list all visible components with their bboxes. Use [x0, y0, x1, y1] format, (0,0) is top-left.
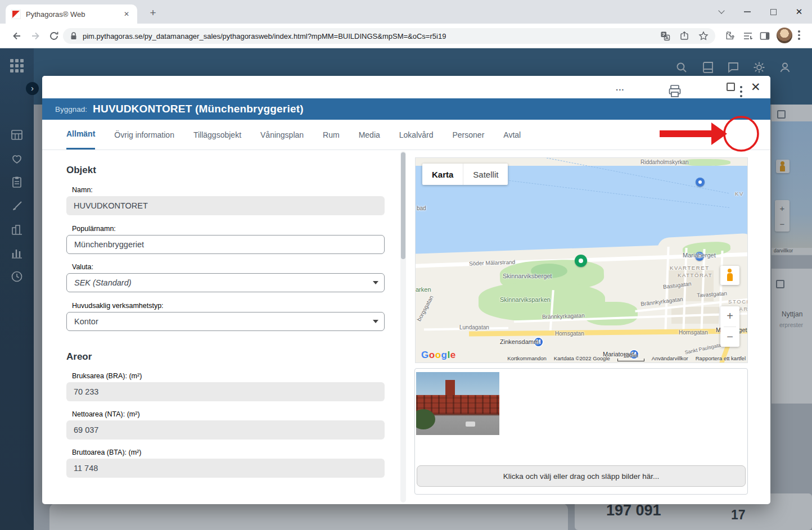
url-bar[interactable]: pim.pythagoras.se /py_datamanager_sales/… — [63, 28, 715, 44]
dialog-titlebar: Byggnad: HUVUDKONTORET (Münchenbryggerie… — [42, 98, 770, 120]
map-label: STOCKHOL — [728, 298, 748, 305]
dialog-topbar: ✕ — [42, 76, 770, 98]
map-attr-kortkommandon[interactable]: Kortkommandon — [507, 355, 547, 361]
verksamhetstyp-select[interactable]: Kontor — [66, 312, 385, 331]
https-lock-icon — [70, 31, 78, 40]
map-label: KV — [735, 191, 744, 197]
browser-window: Pythagoras® Web ✕ + ✕ pim.pythagoras.se … — [0, 0, 812, 530]
map-label: Hornsgatan — [555, 330, 584, 337]
map-park — [584, 302, 638, 325]
map-label: Skinnarviksberget — [503, 273, 552, 279]
map-label: Lundagatan — [459, 324, 489, 330]
image-dropzone[interactable]: Klicka och välj eller drag och släpp bil… — [417, 465, 746, 487]
window-close-button[interactable]: ✕ — [786, 0, 812, 24]
bruttoarea-field: 11 748 — [66, 459, 385, 478]
translate-icon[interactable] — [660, 31, 670, 41]
map-attr-report[interactable]: Rapportera ett kartfel — [696, 355, 746, 361]
scrollbar-thumb[interactable] — [401, 152, 405, 259]
bookmark-star-icon[interactable] — [698, 31, 709, 41]
forward-button[interactable] — [30, 30, 41, 42]
tab-title: Pythagoras® Web — [26, 10, 121, 19]
google-map[interactable]: M M Riddarholmskyrkan KV bad Söder Mälar… — [415, 157, 748, 363]
section-heading-objekt: Objekt — [66, 165, 96, 176]
reload-button[interactable] — [48, 30, 60, 42]
back-button[interactable] — [11, 30, 22, 42]
tab-media[interactable]: Media — [359, 120, 380, 150]
tab-avtal[interactable]: Avtal — [503, 120, 521, 150]
tab-allmant[interactable]: Allmänt — [66, 120, 95, 150]
zoom-out-button[interactable]: − — [720, 327, 739, 347]
dialog-tabbar: Allmänt Övrig information Tilläggsobjekt… — [42, 120, 770, 150]
tab-rum[interactable]: Rum — [323, 120, 340, 150]
map-attr-kartdata: Kartdata ©2022 Google — [554, 355, 610, 361]
bruttoarea-label: Bruttoarea (BTA): (m²) — [72, 449, 141, 456]
images-panel: Klicka och välj eller drag och släpp bil… — [414, 368, 748, 495]
extension-queue-icon[interactable] — [742, 30, 754, 42]
sidebar-expand-chevron-icon[interactable]: › — [26, 82, 39, 95]
window-minimize-button[interactable] — [734, 0, 760, 24]
building-photo-thumbnail[interactable] — [416, 372, 499, 435]
new-tab-button[interactable]: + — [145, 6, 161, 21]
pegman-streetview-button[interactable] — [720, 266, 739, 285]
popularnamn-label: Populärnamn: — [72, 225, 116, 233]
map-label: Zinkensdamm — [500, 338, 539, 345]
namn-field: HUVUDKONTORET — [66, 196, 385, 215]
tab-ovrig-information[interactable]: Övrig information — [114, 120, 174, 150]
extensions-puzzle-icon[interactable] — [724, 30, 736, 42]
dialog-title: HUVUDKONTORET (Münchenbryggeriet) — [93, 103, 304, 115]
chevron-down-icon — [373, 281, 378, 284]
map-label: arken — [416, 286, 431, 293]
nettoarea-label: Nettoarea (NTA): (m²) — [72, 410, 140, 418]
tab-search-chevron-icon[interactable] — [709, 0, 734, 24]
verksamhetstyp-label: Huvudsaklig verksamhetstyp: — [72, 302, 164, 310]
side-panel-icon[interactable] — [759, 30, 770, 42]
zoom-in-button[interactable]: + — [720, 306, 739, 327]
tab-vaningsplan[interactable]: Våningsplan — [260, 120, 304, 150]
valuta-select[interactable]: SEK (Standard) — [66, 273, 385, 292]
print-button[interactable] — [667, 84, 682, 98]
tab-close-icon[interactable]: ✕ — [121, 9, 132, 19]
pythagoras-favicon-icon — [11, 10, 21, 19]
map-type-control: Karta Satellit — [422, 164, 508, 185]
map-button-karta[interactable]: Karta — [422, 164, 463, 185]
more-actions-kebab-button[interactable] — [738, 84, 745, 99]
dialog-maximize-icon[interactable] — [727, 83, 735, 91]
form-scrollbar[interactable] — [400, 151, 406, 502]
map-label: KATTÖRAT — [678, 272, 712, 278]
share-icon[interactable] — [679, 31, 689, 41]
harbor-poi-icon[interactable] — [696, 178, 705, 187]
map-label: bad — [417, 205, 426, 211]
tab-strip: Pythagoras® Web ✕ + ✕ — [0, 0, 812, 24]
bruksarea-label: Bruksarea (BRA): (m²) — [72, 372, 142, 380]
url-path: /py_datamanager_sales/pythagorasweb/inde… — [142, 32, 446, 40]
entity-type-label: Byggnad: — [55, 105, 87, 114]
google-logo: Google — [421, 350, 456, 361]
map-button-satellit[interactable]: Satellit — [463, 164, 508, 185]
url-domain: pim.pythagoras.se — [83, 32, 142, 40]
tabs-overflow-button[interactable]: ... — [616, 83, 625, 92]
map-zoom-control: + − — [720, 306, 739, 347]
browser-menu-kebab-icon[interactable] — [798, 30, 800, 40]
popularnamn-field[interactable]: Münchenbryggeriet — [66, 235, 385, 254]
valuta-label: Valuta: — [72, 263, 93, 271]
map-label: KVARTERET — [670, 265, 710, 271]
browser-navbar: pim.pythagoras.se /py_datamanager_sales/… — [0, 24, 812, 48]
bruksarea-field: 70 233 — [66, 382, 385, 401]
tab-tillaggsobjekt[interactable]: Tilläggsobjekt — [193, 120, 241, 150]
map-attribution: Kortkommandon Kartdata ©2022 Google 100 … — [507, 352, 746, 361]
section-heading-areor: Areor — [66, 351, 92, 363]
tab-lokalvard[interactable]: Lokalvård — [399, 120, 434, 150]
nettoarea-field: 69 037 — [66, 420, 385, 440]
park-poi-icon[interactable] — [575, 255, 587, 267]
dialog-close-icon[interactable]: ✕ — [747, 79, 764, 95]
window-controls: ✕ — [709, 0, 812, 24]
map-label: Hornsgatan — [679, 329, 708, 336]
map-attr-terms[interactable]: Användarvillkor — [652, 355, 688, 361]
tab-personer[interactable]: Personer — [453, 120, 485, 150]
profile-avatar[interactable] — [777, 28, 792, 43]
building-dialog: ✕ Byggnad: HUVUDKONTORET (Münchenbrygger… — [42, 76, 770, 504]
map-label: Skinnarviksparken — [500, 296, 551, 303]
namn-label: Namn: — [72, 186, 93, 194]
window-maximize-button[interactable] — [760, 0, 786, 24]
browser-tab[interactable]: Pythagoras® Web ✕ — [6, 4, 137, 24]
